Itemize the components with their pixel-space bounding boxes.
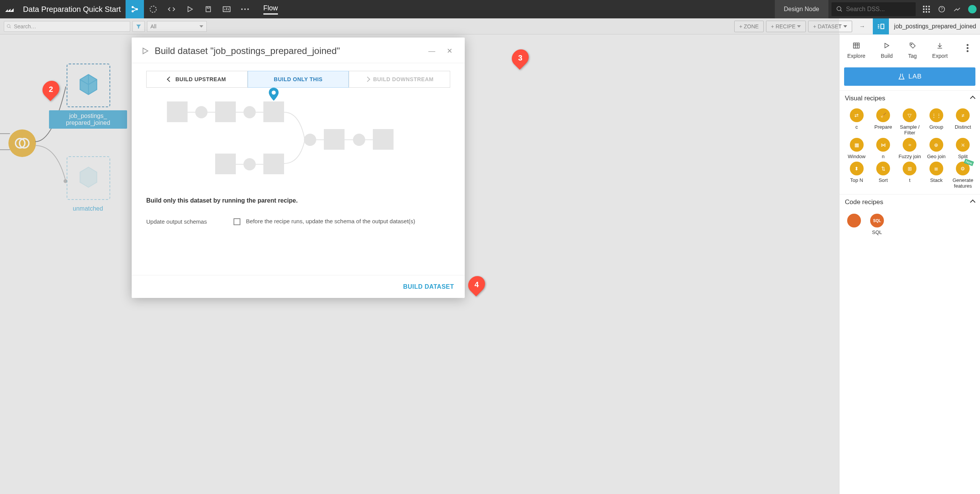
svg-rect-4 xyxy=(206,7,211,11)
recipe-geo-join[interactable]: ⊕Geo join xyxy=(923,138,949,159)
recipe-distinct[interactable]: ≠Distinct xyxy=(950,108,976,136)
recipe-prepare[interactable]: 🧹Prepare xyxy=(870,108,896,136)
recipe-sync[interactable]: ⇄c xyxy=(843,108,870,136)
svg-point-9 xyxy=(837,7,841,11)
trend-icon[interactable] xyxy=(949,2,965,17)
build-description: Build only this dataset by running the p… xyxy=(132,195,465,206)
tag-action[interactable]: Tag xyxy=(908,41,917,59)
recipe-generate-features[interactable]: ⚙Generate features xyxy=(950,162,976,189)
chevron-left-icon xyxy=(167,77,172,82)
svg-rect-17 xyxy=(926,11,927,13)
project-title[interactable]: Data Preparation Quick Start xyxy=(18,5,126,14)
svg-rect-15 xyxy=(928,8,930,10)
recipe-stack[interactable]: ≣Stack xyxy=(923,162,949,189)
recipe-group[interactable]: ⋮⋮Group xyxy=(923,108,949,136)
search-icon xyxy=(836,6,843,13)
nav-code-icon[interactable] xyxy=(162,0,181,18)
grid-icon xyxy=(853,42,860,49)
code-recipes-row: SQLSQL xyxy=(840,210,980,239)
minimize-button[interactable]: — xyxy=(425,46,438,57)
build-dataset-modal: Build dataset "job_postings_prepared_joi… xyxy=(132,38,465,298)
lab-button[interactable]: LAB xyxy=(844,67,975,86)
help-icon[interactable]: ? xyxy=(934,2,949,17)
caret-down-icon xyxy=(843,25,847,28)
code-recipe-partial[interactable] xyxy=(847,214,861,235)
svg-point-25 xyxy=(911,44,911,45)
svg-rect-24 xyxy=(853,43,859,48)
build-dataset-button[interactable]: BUILD DATASET xyxy=(403,283,454,290)
export-action[interactable]: Export xyxy=(932,41,947,59)
svg-point-7 xyxy=(244,8,246,10)
chevron-up-icon xyxy=(970,200,975,205)
svg-rect-12 xyxy=(928,6,930,7)
svg-text:?: ? xyxy=(941,7,943,11)
code-recipes-header[interactable]: Code recipes xyxy=(840,194,980,210)
nav-more-icon[interactable] xyxy=(236,0,254,18)
lab-icon xyxy=(898,73,905,80)
selected-node-name: job_postings_prepared_joined xyxy=(891,23,976,30)
svg-rect-10 xyxy=(923,6,924,7)
recipe-sample[interactable]: ▽Sample / Filter xyxy=(897,108,923,136)
svg-point-26 xyxy=(272,90,276,95)
nav-run-icon[interactable] xyxy=(181,0,199,18)
recipe-fuzzy-join[interactable]: ≈Fuzzy join xyxy=(897,138,923,159)
recipe-sort[interactable]: ⇅Sort xyxy=(870,162,896,189)
play-icon xyxy=(141,47,149,55)
modal-title: Build dataset "job_postings_prepared_joi… xyxy=(155,46,340,56)
build-action[interactable]: Build xyxy=(881,41,893,59)
more-actions[interactable] xyxy=(963,41,972,55)
visual-recipes-grid: ⇄c 🧹Prepare ▽Sample / Filter ⋮⋮Group ≠Di… xyxy=(840,106,980,194)
tab-build-downstream[interactable]: BUILD DOWNSTREAM xyxy=(349,71,450,88)
svg-point-3 xyxy=(150,6,156,13)
update-schemas-label: Update output schemas xyxy=(146,218,207,225)
tab-build-only-this[interactable]: BUILD ONLY THIS xyxy=(248,71,349,88)
svg-point-6 xyxy=(241,8,243,10)
chevron-up-icon xyxy=(970,96,975,101)
recipe-pivot-partial[interactable]: ⊞t xyxy=(897,162,923,189)
flow-tab-label[interactable]: Flow xyxy=(263,4,278,15)
user-avatar-icon[interactable] xyxy=(965,2,980,17)
update-schemas-checkbox[interactable] xyxy=(234,218,240,225)
chevron-right-icon xyxy=(365,77,370,82)
expand-arrow-icon[interactable]: → xyxy=(854,18,871,34)
topbar: Data Preparation Quick Start Flow Design… xyxy=(0,0,980,18)
tag-icon xyxy=(909,42,916,49)
nav-activity-icon[interactable] xyxy=(144,0,162,18)
selected-node-icon[interactable] xyxy=(873,18,889,34)
build-mode-tabs: BUILD UPSTREAM BUILD ONLY THIS BUILD DOW… xyxy=(132,63,465,88)
visual-recipes-header[interactable]: Visual recipes xyxy=(840,90,980,106)
recipe-split[interactable]: ⤰Split xyxy=(950,138,976,159)
code-recipe-sql[interactable]: SQLSQL xyxy=(870,214,884,235)
play-icon xyxy=(883,42,890,49)
recipe-topn[interactable]: ⬍Top N xyxy=(843,162,870,189)
global-search[interactable] xyxy=(831,2,916,16)
download-icon xyxy=(936,42,943,49)
app-logo[interactable] xyxy=(0,0,18,18)
tab-build-upstream[interactable]: BUILD UPSTREAM xyxy=(146,71,248,88)
pin-icon xyxy=(269,88,279,101)
svg-rect-11 xyxy=(926,6,927,7)
right-panel: Explore Build Tag Export LAB Visual reci… xyxy=(839,34,980,494)
design-node-label[interactable]: Design Node xyxy=(775,0,829,18)
nav-dashboard-icon[interactable] xyxy=(217,0,236,18)
update-schemas-desc: Before the recipe runs, update the schem… xyxy=(246,218,415,224)
nav-save-icon[interactable] xyxy=(199,0,217,18)
build-diagram xyxy=(132,88,465,195)
svg-rect-13 xyxy=(923,8,924,10)
apps-icon[interactable] xyxy=(919,2,934,17)
recipe-join-partial[interactable]: ⋈n xyxy=(870,138,896,159)
nav-flow-icon[interactable] xyxy=(126,0,144,18)
svg-point-8 xyxy=(247,8,249,10)
close-button[interactable]: ✕ xyxy=(444,45,456,57)
explore-action[interactable]: Explore xyxy=(847,41,865,59)
global-search-input[interactable] xyxy=(846,6,907,13)
svg-rect-18 xyxy=(928,11,930,13)
recipe-window[interactable]: ▦Window xyxy=(843,138,870,159)
svg-rect-16 xyxy=(923,11,924,13)
svg-rect-14 xyxy=(926,8,927,10)
